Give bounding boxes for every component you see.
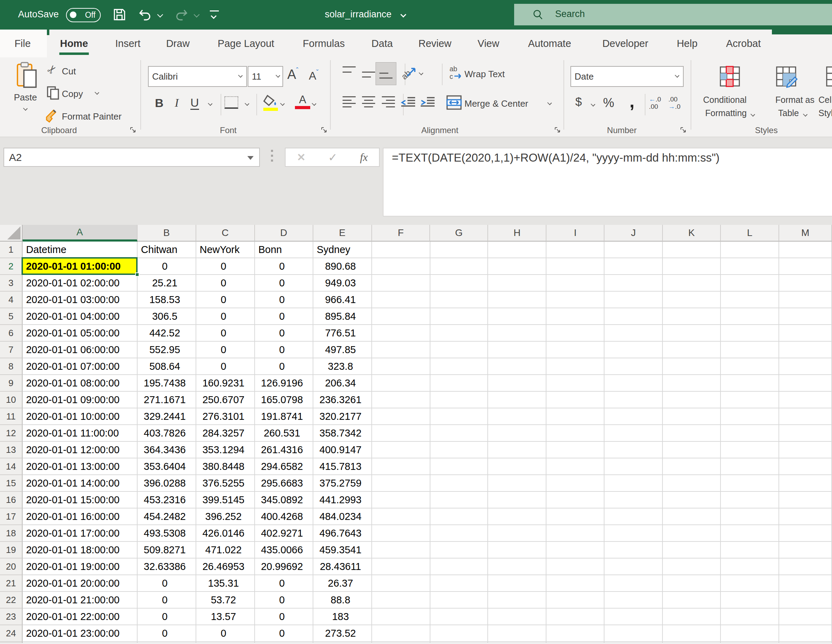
cell-H22[interactable] — [488, 592, 546, 609]
cell-G24[interactable] — [430, 625, 488, 642]
cell-B23[interactable]: 0 — [138, 609, 196, 625]
column-header-d[interactable]: D — [255, 225, 314, 242]
cell-A9[interactable]: 2020-01-01 08:00:00 — [22, 375, 138, 392]
cell-D24[interactable]: 0 — [255, 625, 314, 642]
row-header-17[interactable]: 17 — [0, 508, 22, 525]
cell-C3[interactable]: 0 — [196, 275, 255, 292]
cell-I17[interactable] — [546, 508, 605, 525]
cell-styles-label-1[interactable]: Cell — [818, 95, 832, 105]
cell-D22[interactable]: 0 — [255, 592, 314, 609]
cell-J23[interactable] — [605, 609, 663, 625]
row-header-13[interactable]: 13 — [0, 442, 22, 458]
cell-M18[interactable] — [779, 525, 832, 542]
cell-D6[interactable]: 0 — [255, 325, 314, 342]
cell-E15[interactable]: 375.2759 — [314, 475, 372, 492]
cell-F21[interactable] — [372, 575, 430, 592]
format-as-table-icon[interactable] — [774, 64, 798, 89]
underline-dropdown-icon[interactable] — [208, 101, 212, 106]
wrap-text-icon[interactable]: ab c — [449, 65, 465, 81]
cell-F20[interactable] — [372, 559, 430, 575]
row-header-3[interactable]: 3 — [0, 275, 22, 292]
cell-H18[interactable] — [488, 525, 546, 542]
cell-H8[interactable] — [488, 358, 546, 375]
cell-E2[interactable]: 890.68 — [314, 258, 372, 275]
cell-M17[interactable] — [779, 508, 832, 525]
cell-A1[interactable]: Datetime — [22, 242, 138, 258]
fill-color-icon[interactable] — [263, 95, 278, 111]
number-dialog-launcher-icon[interactable] — [680, 126, 687, 134]
cell-J4[interactable] — [605, 292, 663, 308]
copy-dropdown-icon[interactable] — [94, 90, 99, 95]
select-all-button[interactable] — [0, 225, 22, 242]
cell-A7[interactable]: 2020-01-01 06:00:00 — [22, 342, 138, 358]
cell-K1[interactable] — [663, 242, 721, 258]
cell-F3[interactable] — [372, 275, 430, 292]
cell-H12[interactable] — [488, 425, 546, 442]
cell-H11[interactable] — [488, 409, 546, 425]
tab-page-layout[interactable]: Page Layout — [218, 30, 274, 57]
italic-icon[interactable]: I — [175, 96, 179, 109]
cell-G25[interactable] — [430, 642, 488, 643]
cell-I21[interactable] — [546, 575, 605, 592]
row-header-23[interactable]: 23 — [0, 609, 22, 625]
row-header-4[interactable]: 4 — [0, 292, 22, 308]
cell-G20[interactable] — [430, 559, 488, 575]
cell-I15[interactable] — [546, 475, 605, 492]
cell-D25[interactable] — [255, 642, 314, 643]
row-header-6[interactable]: 6 — [0, 325, 22, 342]
cell-I5[interactable] — [546, 308, 605, 325]
cell-J18[interactable] — [605, 525, 663, 542]
cell-H5[interactable] — [488, 308, 546, 325]
cell-K15[interactable] — [663, 475, 721, 492]
cell-D7[interactable]: 0 — [255, 342, 314, 358]
cell-F10[interactable] — [372, 392, 430, 409]
cell-F11[interactable] — [372, 409, 430, 425]
cell-G10[interactable] — [430, 392, 488, 409]
cell-J16[interactable] — [605, 492, 663, 508]
cell-J21[interactable] — [605, 575, 663, 592]
row-header-11[interactable]: 11 — [0, 409, 22, 425]
cell-I25[interactable] — [546, 642, 605, 643]
cell-L2[interactable] — [721, 258, 779, 275]
cell-C4[interactable]: 0 — [196, 292, 255, 308]
cell-H7[interactable] — [488, 342, 546, 358]
cell-J7[interactable] — [605, 342, 663, 358]
cell-I13[interactable] — [546, 442, 605, 458]
cell-D15[interactable]: 295.6683 — [255, 475, 314, 492]
cell-I14[interactable] — [546, 458, 605, 475]
cell-L24[interactable] — [721, 625, 779, 642]
cell-M2[interactable] — [779, 258, 832, 275]
cell-C9[interactable]: 160.9231 — [196, 375, 255, 392]
increase-decimal-icon[interactable]: ←.0.00 — [649, 96, 661, 110]
row-header-21[interactable]: 21 — [0, 575, 22, 592]
cell-H2[interactable] — [488, 258, 546, 275]
merge-center-icon[interactable] — [446, 95, 462, 110]
cell-H9[interactable] — [488, 375, 546, 392]
cell-D17[interactable]: 400.4268 — [255, 508, 314, 525]
row-header-9[interactable]: 9 — [0, 375, 22, 392]
cell-K10[interactable] — [663, 392, 721, 409]
cell-K21[interactable] — [663, 575, 721, 592]
autosave-toggle[interactable]: Off — [66, 8, 101, 22]
row-header-12[interactable]: 12 — [0, 425, 22, 442]
copy-icon[interactable] — [46, 86, 60, 100]
cell-M22[interactable] — [779, 592, 832, 609]
cell-B13[interactable]: 364.3436 — [138, 442, 196, 458]
cell-F5[interactable] — [372, 308, 430, 325]
cell-F7[interactable] — [372, 342, 430, 358]
cell-D21[interactable]: 0 — [255, 575, 314, 592]
copy-label[interactable]: Copy — [62, 89, 83, 99]
cell-K18[interactable] — [663, 525, 721, 542]
cell-B2[interactable]: 0 — [138, 258, 196, 275]
cell-F8[interactable] — [372, 358, 430, 375]
cell-J20[interactable] — [605, 559, 663, 575]
cell-J2[interactable] — [605, 258, 663, 275]
cell-A23[interactable]: 2020-01-01 22:00:00 — [22, 609, 138, 625]
cell-D10[interactable]: 165.0798 — [255, 392, 314, 409]
cell-K14[interactable] — [663, 458, 721, 475]
align-center-icon[interactable] — [362, 96, 375, 107]
cell-K19[interactable] — [663, 542, 721, 559]
search-box[interactable]: Search — [514, 4, 832, 26]
column-header-k[interactable]: K — [663, 225, 721, 242]
cell-H24[interactable] — [488, 625, 546, 642]
